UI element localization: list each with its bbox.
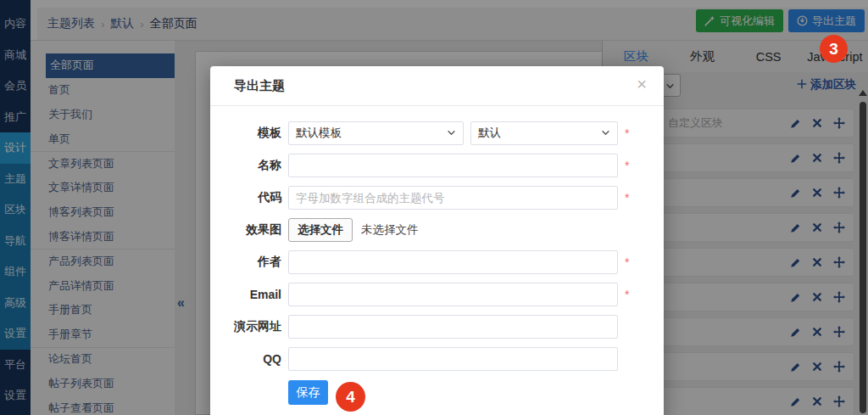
- field-qq: QQ: [210, 343, 664, 375]
- field-template: 模板 默认模板 默认 *: [210, 117, 664, 149]
- required-asterisk: *: [625, 255, 629, 269]
- no-file-text: 未选择文件: [361, 222, 419, 238]
- screenshot-label: 效果图: [210, 222, 281, 238]
- required-asterisk: *: [625, 159, 629, 172]
- code-label: 代码: [210, 190, 281, 205]
- annotation-step-3-badge: 3: [820, 35, 848, 63]
- close-icon[interactable]: ×: [637, 76, 647, 93]
- chevron-down-icon: [601, 127, 610, 140]
- annotation-step-4-badge: 4: [336, 382, 365, 412]
- code-input[interactable]: [288, 186, 618, 210]
- choose-file-button[interactable]: 选择文件: [288, 218, 353, 242]
- chevron-down-icon: [447, 127, 456, 140]
- field-author: 作者 *: [210, 246, 664, 278]
- template-select[interactable]: 默认模板: [288, 121, 464, 145]
- field-screenshot: 效果图 选择文件 未选择文件: [210, 214, 664, 246]
- template-variant-select[interactable]: 默认: [470, 121, 618, 145]
- qq-label: QQ: [210, 352, 281, 366]
- email-input[interactable]: [288, 283, 618, 306]
- field-email: Email *: [210, 278, 664, 311]
- email-label: Email: [210, 288, 281, 301]
- qq-input[interactable]: [288, 347, 618, 371]
- modal-header: 导出主题 ×: [210, 66, 664, 106]
- modal-body: 模板 默认模板 默认 * 名称 * 代码: [210, 106, 664, 405]
- required-asterisk: *: [625, 126, 629, 140]
- author-input[interactable]: [288, 250, 618, 274]
- save-button[interactable]: 保存: [288, 380, 328, 405]
- required-asterisk: *: [625, 288, 629, 301]
- modal-title: 导出主题: [234, 78, 285, 94]
- name-label: 名称: [210, 158, 281, 173]
- field-code: 代码 *: [210, 182, 664, 214]
- field-demo-url: 演示网址: [210, 311, 664, 343]
- author-label: 作者: [210, 255, 281, 270]
- required-asterisk: *: [625, 191, 629, 205]
- demo-url-input[interactable]: [288, 315, 618, 339]
- demo-url-label: 演示网址: [210, 319, 281, 334]
- template-label: 模板: [210, 126, 281, 141]
- name-input[interactable]: [288, 154, 618, 177]
- export-theme-modal: 导出主题 × 模板 默认模板 默认 * 名称 *: [210, 66, 664, 415]
- field-name: 名称 *: [210, 149, 664, 182]
